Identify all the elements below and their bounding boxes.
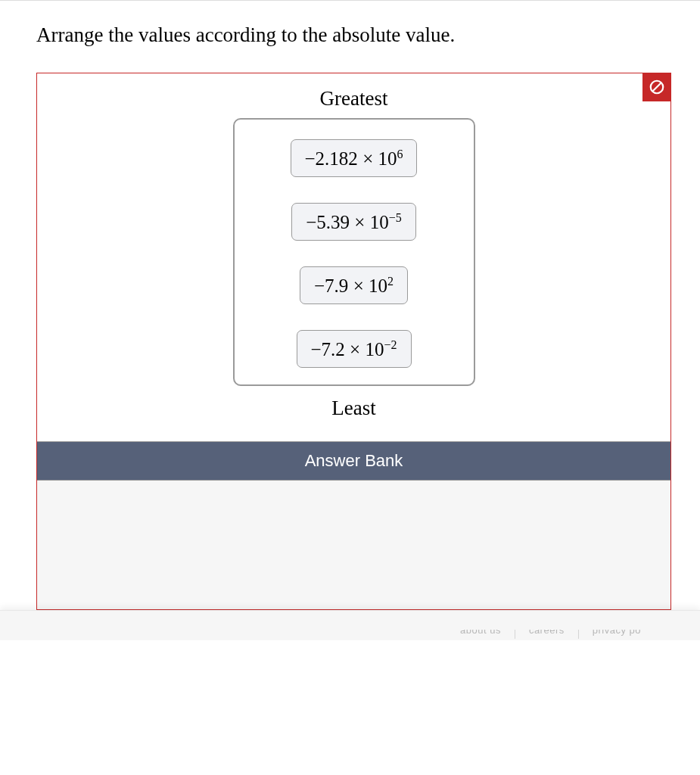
incorrect-icon [642, 73, 671, 101]
chip-times: × 10 [348, 275, 387, 296]
chip-mantissa: −7.9 [314, 275, 348, 296]
chip-mantissa: −2.182 [305, 148, 358, 169]
footer-link[interactable]: about us [446, 630, 515, 639]
value-chip[interactable]: −7.9 × 102 [300, 266, 408, 304]
svg-line-1 [653, 83, 661, 92]
chip-exponent: 2 [387, 275, 394, 288]
answer-bank-body[interactable] [37, 481, 670, 609]
chip-times: × 10 [358, 148, 397, 169]
chip-exponent: −5 [389, 211, 402, 224]
value-chip[interactable]: −7.2 × 10−2 [297, 330, 412, 368]
chip-exponent: −2 [384, 338, 397, 351]
label-least: Least [331, 397, 375, 420]
answer-panel: Greatest −2.182 × 106 −5.39 × 10−5 −7.9 … [36, 73, 671, 610]
chip-mantissa: −5.39 [306, 212, 350, 232]
value-chip[interactable]: −2.182 × 106 [291, 139, 418, 177]
footer-link[interactable]: privacy po [579, 630, 655, 639]
label-greatest: Greatest [320, 87, 388, 110]
chip-exponent: 6 [397, 148, 403, 160]
drop-target[interactable]: −2.182 × 106 −5.39 × 10−5 −7.9 × 102 −7.… [233, 118, 475, 386]
page-footer: about us careers privacy po [0, 610, 700, 640]
question-prompt: Arrange the values according to the abso… [36, 23, 677, 47]
chip-times: × 10 [345, 339, 384, 359]
ranking-area: Greatest −2.182 × 106 −5.39 × 10−5 −7.9 … [37, 73, 670, 441]
chip-mantissa: −7.2 [311, 339, 345, 359]
answer-bank-header: Answer Bank [37, 441, 670, 481]
footer-link[interactable]: careers [515, 630, 579, 639]
value-chip[interactable]: −5.39 × 10−5 [291, 203, 416, 241]
chip-times: × 10 [350, 212, 389, 232]
